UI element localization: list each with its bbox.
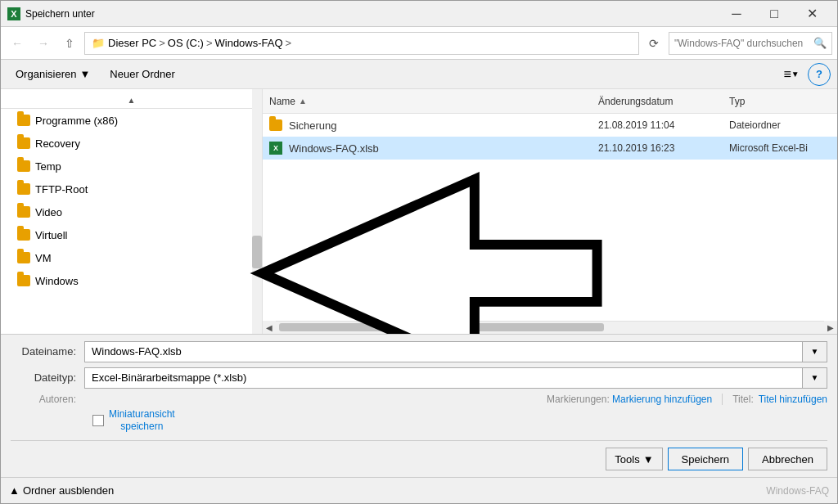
close-button[interactable]: ✕ (793, 1, 831, 27)
file-row-windows-faq[interactable]: X Windows-FAQ.xlsb 21.10.2019 16:23 Micr… (263, 137, 837, 160)
miniature-row: Miniaturansichtspeichern (11, 408, 827, 434)
new-folder-label: Neuer Ordner (110, 68, 174, 80)
folder-icon (17, 160, 30, 172)
hide-folders-label: Ordner ausblenden (23, 484, 114, 497)
col-date-label: Änderungsdatum (598, 96, 673, 107)
sidebar-item-label: Video (35, 206, 62, 218)
filetype-row: Dateityp: Excel-Binärarbeitsmappe (*.xls… (11, 367, 827, 389)
hide-folders-button[interactable]: ▲ Ordner ausblenden (9, 484, 114, 497)
file-date-sicherung: 21.08.2019 11:04 (592, 119, 723, 131)
file-name-windows-faq: X Windows-FAQ.xlsb (263, 142, 592, 155)
refresh-button[interactable]: ⟳ (642, 32, 665, 55)
sidebar-item-tftp[interactable]: TFTP-Root (1, 178, 262, 200)
miniature-checkbox[interactable] (92, 415, 104, 426)
organize-label: Organisieren (16, 68, 76, 80)
path-sep-1: > (159, 37, 165, 49)
sidebar-item-windows[interactable]: Windows (1, 269, 262, 292)
maximize-button[interactable]: □ (755, 1, 793, 27)
path-segment-1: 📁 (92, 37, 105, 49)
view-button[interactable]: ≡ ▼ (778, 63, 804, 86)
help-button[interactable]: ? (808, 63, 831, 86)
folder-icon (17, 252, 30, 263)
sidebar-item-recovery[interactable]: Recovery (1, 132, 262, 155)
col-name-header[interactable]: Name ▲ (263, 96, 592, 107)
sidebar-item-label: Windows (35, 275, 79, 287)
title-label: Titel: (732, 394, 759, 405)
folder-icon (17, 115, 30, 126)
path-segment-4: Windows-FAQ (215, 37, 283, 49)
file-type-sicherung: Dateiordner (723, 119, 837, 131)
filetype-dropdown-button[interactable]: ▼ (803, 367, 827, 389)
excel-icon: X (269, 142, 282, 155)
col-date-header[interactable]: Änderungsdatum (592, 96, 723, 107)
hscroll-thumb[interactable] (279, 323, 604, 331)
forward-button[interactable]: → (32, 32, 55, 55)
sort-arrow-icon: ▲ (299, 97, 307, 106)
tools-button[interactable]: Tools ▼ (606, 448, 662, 470)
sidebar-item-temp[interactable]: Temp (1, 155, 262, 178)
col-type-label: Typ (729, 96, 745, 107)
view-dropdown-icon: ▼ (791, 70, 800, 79)
miniature-label: Miniaturansichtspeichern (109, 408, 175, 434)
sidebar-item-label: Temp (35, 160, 61, 173)
expand-icon: ▲ (9, 484, 20, 497)
app-icon: X (7, 7, 20, 20)
main-area: ▲ Programme (x86) Recovery Temp TFTP-Roo… (1, 89, 837, 334)
new-folder-button[interactable]: Neuer Ordner (101, 63, 182, 86)
sidebar-item-programme[interactable]: Programme (x86) (1, 109, 262, 132)
sidebar-item-vm[interactable]: VM (1, 246, 262, 269)
file-date-windows-faq: 21.10.2019 16:23 (592, 142, 723, 154)
window-controls: ─ □ ✕ (718, 1, 831, 27)
file-row-sicherung[interactable]: Sicherung 21.08.2019 11:04 Dateiordner (263, 114, 837, 137)
help-icon: ? (816, 68, 822, 80)
cancel-button[interactable]: Abbrechen (748, 448, 827, 470)
hscroll-right-button[interactable]: ▶ (824, 321, 837, 334)
file-type-windows-faq: Microsoft Excel-Bi (723, 142, 837, 154)
sidebar-item-label: Virtuell (35, 229, 68, 241)
back-button[interactable]: ← (6, 32, 29, 55)
bottom-panel: Dateiname: ▼ Dateityp: Excel-Binärarbeit… (1, 334, 837, 477)
sidebar-item-virtuell[interactable]: Virtuell (1, 223, 262, 246)
tags-label: Markierungen: (547, 394, 612, 405)
sidebar-item-label: Programme (x86) (35, 115, 118, 127)
save-label: Speichern (682, 453, 730, 466)
filename-dropdown-button[interactable]: ▼ (803, 341, 827, 362)
filelist-header: Name ▲ Änderungsdatum Typ (263, 89, 837, 114)
authors-label: Autoren: (19, 394, 84, 405)
filename-input[interactable] (84, 341, 803, 362)
filetype-label: Dateityp: (11, 371, 84, 384)
scroll-up-icon: ▲ (128, 96, 136, 105)
sidebar-item-video[interactable]: Video (1, 200, 262, 223)
title-add-link[interactable]: Titel hinzufügen (759, 394, 827, 405)
folder-icon (17, 229, 30, 241)
filelist-scroll: Sicherung 21.08.2019 11:04 Dateiordner X… (263, 114, 837, 321)
hscroll-left-button[interactable]: ◀ (263, 321, 276, 334)
path-sep-3: > (286, 37, 292, 49)
save-button[interactable]: Speichern (668, 448, 744, 470)
organize-button[interactable]: Organisieren ▼ (7, 63, 98, 86)
sidebar-item-label: VM (35, 252, 52, 264)
search-input[interactable] (674, 38, 810, 49)
titlebar: X Speichern unter ─ □ ✕ (1, 1, 837, 27)
file-label: Windows-FAQ.xlsb (289, 142, 379, 155)
sidebar-item-label: Recovery (35, 137, 80, 150)
search-box[interactable]: 🔍 (669, 32, 832, 55)
metadata-row: Autoren: Markierungen: Markierung hinzuf… (11, 394, 827, 405)
action-row: Tools ▼ Speichern Abbrechen (11, 440, 827, 470)
tools-dropdown-icon: ▼ (643, 453, 654, 466)
file-name-sicherung: Sicherung (263, 119, 592, 132)
tags-add-link[interactable]: Markierung hinzufügen (612, 394, 712, 405)
tools-label: Tools (615, 453, 639, 466)
sidebar: ▲ Programme (x86) Recovery Temp TFTP-Roo… (1, 89, 263, 334)
view-icon: ≡ (783, 67, 791, 82)
up-arrow-button[interactable]: ⇧ (58, 32, 81, 55)
scrollbar-thumb[interactable] (252, 236, 262, 268)
minimize-button[interactable]: ─ (718, 1, 755, 27)
col-type-header[interactable]: Typ (723, 96, 837, 107)
toolbar: Organisieren ▼ Neuer Ordner ≡ ▼ ? (1, 60, 837, 89)
filetype-select[interactable]: Excel-Binärarbeitsmappe (*.xlsb) (84, 367, 803, 389)
address-path[interactable]: 📁 Dieser PC > OS (C:) > Windows-FAQ > (84, 32, 639, 55)
file-label: Sicherung (289, 119, 337, 132)
scrollbar-track (252, 89, 262, 334)
folder-icon (17, 183, 30, 195)
